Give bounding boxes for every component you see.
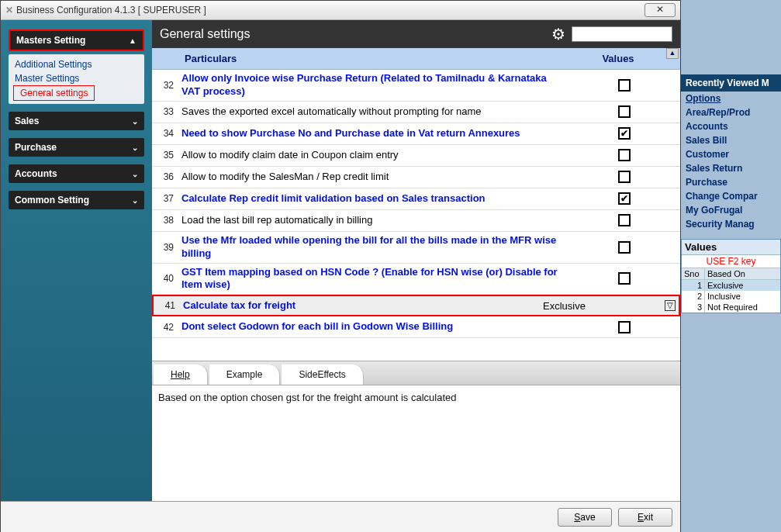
col-values: Values <box>556 53 680 64</box>
checkbox[interactable] <box>618 192 631 205</box>
main-window: ✕ Business Configuration 4.1.3 [ SUPERUS… <box>0 0 681 532</box>
row-value[interactable] <box>568 192 680 205</box>
checkbox[interactable] <box>618 171 631 183</box>
recently-viewed-header: Recently Viewed M <box>681 74 781 92</box>
scroll-up-icon[interactable]: ▲ <box>666 48 679 59</box>
tab-help[interactable]: Help <box>154 364 208 385</box>
row-value[interactable] <box>568 127 680 140</box>
search-input[interactable] <box>572 26 672 42</box>
chevron-down-icon: ⌄ <box>132 196 138 205</box>
row-value[interactable] <box>568 214 680 226</box>
sub-master-settings[interactable]: Master Settings <box>9 71 144 85</box>
values-option-row[interactable]: 2Inclusive <box>682 291 780 302</box>
tab-sideeffects[interactable]: SideEffects <box>282 364 363 385</box>
content-header: General settings ⚙ <box>152 20 680 48</box>
col-particulars: Particulars <box>175 53 556 64</box>
settings-row[interactable]: 32Allow only Invoice wise Purchase Retur… <box>152 70 680 102</box>
row-number: 34 <box>152 128 178 139</box>
recently-viewed-item[interactable]: Sales Return <box>681 161 781 175</box>
settings-row[interactable]: 42Dont select Godown for each bill in Go… <box>152 316 680 338</box>
row-description: GST Item mapping based on HSN Code ? (En… <box>178 264 568 295</box>
nav-masters-setting[interactable]: Masters Setting ▲ <box>9 29 144 51</box>
chevron-down-icon: ⌄ <box>132 117 138 126</box>
values-option-sno: 2 <box>682 291 705 302</box>
settings-row[interactable]: 41Calculate tax for freightExclusive▽ <box>152 295 680 316</box>
checkbox[interactable] <box>618 127 631 140</box>
row-value[interactable] <box>568 321 680 333</box>
row-description: Allow to modify the SalesMan / Rep credi… <box>178 168 568 186</box>
chevron-down-icon: ⌄ <box>132 143 138 152</box>
masters-sub-panel: Additional Settings Master Settings Gene… <box>9 54 144 104</box>
settings-row[interactable]: 40GST Item mapping based on HSN Code ? (… <box>152 264 680 295</box>
values-option-label: Inclusive <box>705 291 780 302</box>
row-number: 33 <box>152 106 178 117</box>
row-value[interactable] <box>568 272 680 285</box>
nav-accounts-label: Accounts <box>15 168 57 179</box>
settings-rows[interactable]: 32Allow only Invoice wise Purchase Retur… <box>152 70 680 361</box>
row-number: 39 <box>152 242 178 253</box>
nav-common-setting[interactable]: Common Setting ⌄ <box>9 191 144 209</box>
exit-button[interactable]: Exit <box>618 508 672 527</box>
sub-general-settings[interactable]: General settings <box>13 85 95 101</box>
row-number: 37 <box>152 193 178 204</box>
dropdown-icon[interactable]: ▽ <box>665 300 676 311</box>
recently-viewed-item[interactable]: Sales Bill <box>681 133 781 147</box>
nav-accounts[interactable]: Accounts ⌄ <box>9 164 144 183</box>
nav-purchase[interactable]: Purchase ⌄ <box>9 138 144 157</box>
values-option-row[interactable]: 1Exclusive <box>682 280 780 291</box>
row-description: Allow only Invoice wise Purchase Return … <box>178 70 568 101</box>
row-value[interactable]: Exclusive▽ <box>566 300 679 311</box>
recently-viewed-item[interactable]: Accounts <box>681 119 781 133</box>
values-popup: Values USE F2 key Sno Based On 1Exclusiv… <box>681 239 781 313</box>
values-col-sno: Sno <box>682 268 705 279</box>
recently-viewed-item[interactable]: Customer <box>681 147 781 161</box>
values-option-label: Not Required <box>705 302 780 313</box>
exit-rest: xit <box>644 512 653 523</box>
gear-icon[interactable]: ⚙ <box>551 25 565 43</box>
checkbox[interactable] <box>618 149 631 161</box>
recently-viewed-item[interactable]: Change Compar <box>681 189 781 203</box>
settings-row[interactable]: 39Use the Mfr loaded while opening the b… <box>152 232 680 264</box>
nav-purchase-label: Purchase <box>15 142 57 153</box>
help-tabs: Help Example SideEffects <box>152 361 680 385</box>
row-value[interactable] <box>568 241 680 254</box>
settings-row[interactable]: 35Allow to modify claim date in Coupon c… <box>152 145 680 167</box>
settings-row[interactable]: 37Calculate Rep credit limit validation … <box>152 188 680 210</box>
row-description: Saves the exported excel automatically w… <box>178 103 568 121</box>
recently-viewed-item[interactable]: My GoFrugal <box>681 203 781 217</box>
row-value[interactable] <box>568 149 680 161</box>
app-icon: ✕ <box>5 5 13 16</box>
checkbox[interactable] <box>618 79 631 92</box>
nav-sales-label: Sales <box>15 116 39 126</box>
settings-row[interactable]: 36Allow to modify the SalesMan / Rep cre… <box>152 167 680 188</box>
save-rest: ave <box>580 512 595 523</box>
settings-row[interactable]: 38Load the last bill rep automatically i… <box>152 210 680 232</box>
recently-viewed-list: OptionsArea/Rep/ProdAccountsSales BillCu… <box>681 92 781 231</box>
help-text: Based on the option chosen gst for the f… <box>152 385 680 501</box>
values-option-sno: 3 <box>682 302 705 313</box>
save-button[interactable]: Save <box>558 508 612 527</box>
checkbox[interactable] <box>618 321 631 333</box>
recently-viewed-item[interactable]: Area/Rep/Prod <box>681 105 781 119</box>
nav-sales[interactable]: Sales ⌄ <box>9 112 144 130</box>
settings-row[interactable]: 33Saves the exported excel automatically… <box>152 102 680 123</box>
sub-additional-settings[interactable]: Additional Settings <box>9 57 144 71</box>
row-number: 42 <box>152 322 178 333</box>
values-option-row[interactable]: 3Not Required <box>682 302 780 313</box>
values-popup-header: Sno Based On <box>682 268 780 280</box>
settings-row[interactable]: 34Need to show Purchase No and Purchase … <box>152 123 680 145</box>
nav-masters-label: Masters Setting <box>16 35 85 46</box>
checkbox[interactable] <box>618 105 631 118</box>
recently-viewed-item[interactable]: Purchase <box>681 175 781 189</box>
tab-example[interactable]: Example <box>209 364 281 385</box>
window-close-button[interactable]: ✕ <box>644 3 676 17</box>
recently-viewed-item[interactable]: Security Manag <box>681 217 781 231</box>
row-value[interactable] <box>568 79 680 92</box>
row-value[interactable] <box>568 105 680 118</box>
row-number: 35 <box>152 150 178 161</box>
checkbox[interactable] <box>618 214 631 226</box>
checkbox[interactable] <box>618 241 631 254</box>
checkbox[interactable] <box>618 272 631 285</box>
row-value[interactable] <box>568 171 680 183</box>
recently-viewed-item[interactable]: Options <box>681 92 781 105</box>
